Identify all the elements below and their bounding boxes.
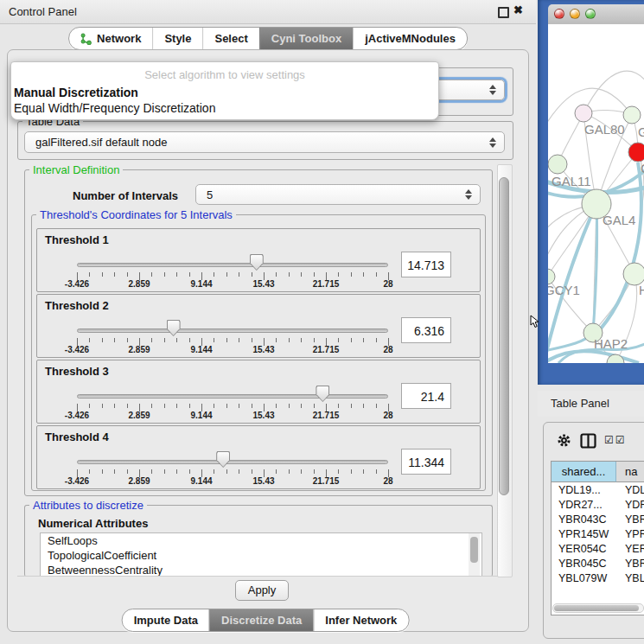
table-row[interactable]: YDR27...YDR2 [552,498,644,513]
threshold-value-field[interactable]: 6.316 [401,317,451,343]
attribute-item-selfloops[interactable]: SelfLoops [41,533,481,548]
tab-network-label: Network [97,32,141,45]
tick-mark [89,272,90,277]
mac-minimize-button[interactable] [570,9,580,19]
tick-mark [214,272,214,277]
slider-thumb[interactable] [216,451,230,468]
table-row[interactable]: YDL19...YDL1 [552,483,644,498]
network-view-canvas[interactable]: GAL80GACGAL11GAL4GCY1HHAP2 [548,24,644,363]
table-row[interactable]: YBR045CYBR0 [552,557,644,571]
network-window-titlebar[interactable] [548,4,644,25]
tick-mark [276,338,277,342]
tab-discretize-data[interactable]: Discretize Data [209,609,313,631]
slider-track[interactable] [77,328,388,333]
tab-jactivemnodules[interactable]: jActiveMNodules [353,28,467,49]
table-cell: YBR043C [552,513,616,527]
table-cell: YBL079W [552,571,616,584]
slider-thumb[interactable] [250,254,264,271]
svg-text:GAL4: GAL4 [603,213,635,227]
tick-mark [214,338,214,342]
apply-button[interactable]: Apply [235,580,289,601]
close-icon[interactable]: ✖ [513,3,523,16]
tick-mark [239,272,239,277]
gear-icon[interactable] [557,433,571,451]
tick-mark [301,338,302,342]
tick-label: 28 [367,279,410,289]
slider-track[interactable] [77,263,388,267]
tick-mark [239,338,239,342]
mac-zoom-button[interactable] [585,9,596,19]
number-of-intervals-combobox[interactable]: 5 [195,184,481,205]
tick-mark [176,404,177,408]
attribute-item-topologicalcoefficient[interactable]: TopologicalCoefficient [41,548,481,563]
tick-mark [338,338,339,342]
tick-mark [252,338,252,342]
dropdown-option-equal-width-frequency-discretization[interactable]: Equal Width/Frequency Discretization [13,100,436,116]
slider-thumb[interactable] [167,320,181,336]
column-header-shared[interactable]: shared... [552,462,616,482]
tick-mark [289,338,290,342]
column-header-na[interactable]: na [616,462,644,482]
table-data-combobox[interactable]: galFiltered.sif default node [24,131,505,153]
tab-infer-network-label: Infer Network [325,614,397,627]
numerical-attributes-list[interactable]: SelfLoopsTopologicalCoefficientBetweenne… [40,532,482,577]
threshold-box-4: Threshold 4-3.4262.8599.14415.4321.71528… [36,425,481,489]
table-row[interactable]: YBL079WYBL0 [552,571,644,584]
tick-label: 28 [367,345,410,354]
slider-track[interactable] [77,394,388,399]
tick-mark [226,469,227,474]
float-window-icon[interactable] [498,7,509,18]
table-cell: YDL19... [552,483,616,498]
table-panel-title: Table Panel [551,391,609,417]
tick-label: 2.859 [118,411,161,420]
tick-mark [289,469,290,474]
tab-style[interactable]: Style [152,28,202,49]
table-row[interactable]: YPR145WYPR1 [552,527,644,542]
tick-label: 15.43 [242,279,285,289]
tick-mark [164,404,165,408]
tick-label: -3.426 [55,411,99,420]
tab-infer-network[interactable]: Infer Network [313,609,408,631]
table-cell: YBL0 [616,571,644,584]
attributes-list-scrollbar-thumb[interactable] [470,537,478,563]
tick-mark [151,338,152,342]
tick-mark [338,272,339,277]
attribute-item-betweennesscentrality[interactable]: BetweennessCentrality [41,563,481,577]
tick-mark [89,338,90,342]
tick-mark [164,338,165,342]
mac-close-button[interactable] [554,9,564,19]
tick-mark [189,469,190,474]
top-tab-bar: NetworkStyleSelectCyni ToolboxjActiveMNo… [68,27,468,50]
tab-cyni-toolbox[interactable]: Cyni Toolbox [259,28,353,49]
table-cell: YBR045C [552,557,616,571]
tab-network[interactable]: Network [69,28,152,49]
app-root: Control Panel ✖ NetworkStyleSelectCyni T… [0,0,644,644]
column-checkboxes-icon[interactable]: ☑☑ [604,434,627,446]
threshold-value-field[interactable]: 14.713 [401,252,451,277]
table-row[interactable]: YBR043CYBR0 [552,513,644,527]
tab-select[interactable]: Select [202,28,258,49]
tick-mark [301,404,302,408]
threshold-value-field[interactable]: 11.344 [401,449,451,475]
tick-mark [102,469,103,474]
table-hscrollbar-thumb[interactable] [554,605,639,611]
tick-mark [127,272,128,277]
node-attribute-table[interactable]: shared...na YDL19...YDL1YDR27...YDR2YBR0… [551,461,644,615]
dropdown-option-manual-discretization[interactable]: Manual Discretization [13,85,436,100]
panel-scrollbar-thumb[interactable] [499,177,509,495]
tick-mark [301,272,302,277]
slider-thumb[interactable] [316,386,329,402]
tab-impute-data[interactable]: Impute Data [123,609,209,631]
table-cell: YDR2 [616,498,644,513]
threshold-value-field[interactable]: 21.4 [401,383,451,409]
tick-mark [276,469,277,474]
table-row[interactable]: YER054CYER0 [552,542,644,557]
tick-mark [189,272,190,277]
split-columns-icon[interactable] [580,433,596,452]
slider-track[interactable] [77,460,388,464]
tick-mark [151,469,152,474]
combo-arrows-icon [465,189,472,200]
table-hscrollbar-track[interactable] [552,603,644,613]
tick-mark [351,272,352,277]
tick-label: 28 [367,411,410,420]
